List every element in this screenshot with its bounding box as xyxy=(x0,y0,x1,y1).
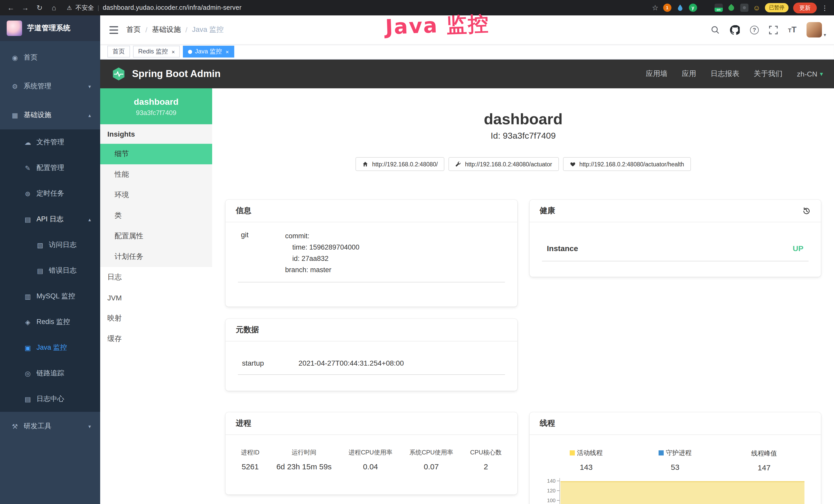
health-card: 健康 Instance UP xyxy=(529,200,821,277)
git-time-line: time: 1596289704000 xyxy=(285,242,359,253)
sidebar-item-error-logs[interactable]: ▤ 错误日志 xyxy=(0,258,100,283)
chevron-down-icon: ▾ xyxy=(820,70,823,77)
daemon-threads-swatch xyxy=(659,450,664,456)
sba-menu-item-config-props[interactable]: 配置属性 xyxy=(100,226,212,247)
help-icon[interactable]: ? xyxy=(750,25,759,34)
tab-home[interactable]: 首页 xyxy=(107,46,130,58)
sidebar-menu: ◉ 首页 ⚙ 系统管理 ▾ ▦ 基础设施 ▴ ☁ 文件管理 xyxy=(0,41,100,504)
process-card: 进程 进程ID 5261 xyxy=(225,412,517,495)
sidebar-item-tracing[interactable]: ◎ 链路追踪 xyxy=(0,361,100,386)
sba-nav-about[interactable]: 关于我们 xyxy=(754,69,783,78)
chrome-update-button[interactable]: 更新 xyxy=(793,2,817,13)
sidebar-item-api-logs[interactable]: ▤ API 日志 ▴ xyxy=(0,206,100,232)
legend-peak-threads: 线程峰值 147 xyxy=(720,448,809,472)
sba-language-select[interactable]: zh-CN ▾ xyxy=(797,70,823,78)
threads-chart-plot xyxy=(559,478,809,504)
sidebar-item-label: 文件管理 xyxy=(37,138,64,147)
avatar xyxy=(807,22,822,38)
chevron-down-icon: ▾ xyxy=(88,84,91,89)
tab-java-monitor[interactable]: Java 监控 × xyxy=(183,46,234,58)
instance-home-link[interactable]: http://192.168.0.2:48080/ xyxy=(356,157,445,171)
stat-value: 0.07 xyxy=(410,462,453,471)
sidebar-item-java-monitor[interactable]: ▣ Java 监控 xyxy=(0,335,100,361)
hamburger-menu-icon[interactable] xyxy=(109,26,118,33)
threads-chart-y-axis: 140 120 100 xyxy=(542,478,559,504)
sba-app-header[interactable]: dashboard 93a3fc7f7409 xyxy=(100,88,212,124)
sba-menu-item-logs[interactable]: 日志 xyxy=(100,267,212,288)
status-badge: UP xyxy=(793,244,804,253)
extension-icon-y[interactable]: y xyxy=(688,4,697,12)
gear-icon: ⚙ xyxy=(11,83,19,90)
forward-button[interactable]: → xyxy=(21,4,30,12)
breadcrumb-home[interactable]: 首页 xyxy=(126,25,141,35)
sba-nav-journal[interactable]: 日志报表 xyxy=(711,69,740,78)
instance-health-row[interactable]: Instance UP xyxy=(542,244,809,261)
sba-menu-item-mappings[interactable]: 映射 xyxy=(100,308,212,329)
tools-icon: ⚒ xyxy=(11,422,19,430)
stat-label: 进程CPU使用率 xyxy=(349,448,393,457)
search-icon[interactable] xyxy=(711,25,720,34)
cloud-icon: ☁ xyxy=(24,138,32,146)
sba-menu-item-jvm[interactable]: JVM xyxy=(100,288,212,308)
extension-icon-orange[interactable]: 1 xyxy=(663,4,671,12)
sba-menu-item-scheduled-tasks[interactable]: 计划任务 xyxy=(100,247,212,267)
sidebar-item-redis-monitor[interactable]: ◈ Redis 监控 xyxy=(0,309,100,335)
sidebar-item-infrastructure[interactable]: ▦ 基础设施 ▴ xyxy=(0,101,100,130)
extension-icon-puzzle[interactable] xyxy=(740,4,748,12)
tab-redis-monitor[interactable]: Redis 监控 × xyxy=(133,46,180,58)
sba-nav-wallboard[interactable]: 应用墙 xyxy=(646,69,667,78)
sba-menu-item-environment[interactable]: 环境 xyxy=(100,185,212,205)
threads-card: 线程 活动线程 143 xyxy=(529,412,821,504)
sba-menu-item-details[interactable]: 细节 xyxy=(100,144,212,164)
metadata-card: 元数据 startup 2021-04-27T00:44:31.254+08:0… xyxy=(225,319,517,391)
stat-value: 2 xyxy=(470,462,502,471)
fullscreen-icon[interactable] xyxy=(769,25,778,34)
sidebar-item-access-logs[interactable]: ▧ 访问日志 xyxy=(0,232,100,258)
history-icon[interactable] xyxy=(803,207,811,215)
sidebar-item-log-center[interactable]: ▤ 日志中心 xyxy=(0,386,100,412)
sidebar-item-label: 系统管理 xyxy=(24,82,51,91)
close-icon[interactable]: × xyxy=(172,48,175,55)
back-button[interactable]: ← xyxy=(6,4,16,12)
browser-menu-icon[interactable]: ⋮ xyxy=(821,4,828,12)
github-icon[interactable] xyxy=(730,25,740,35)
process-card-header: 进程 xyxy=(225,412,517,435)
leaf-icon xyxy=(727,4,736,12)
sba-brand[interactable]: Spring Boot Admin xyxy=(111,67,221,81)
sba-nav-applications[interactable]: 应用 xyxy=(682,69,696,78)
sba-nav-links: 应用墙 应用 日志报表 关于我们 zh-CN ▾ xyxy=(646,69,823,78)
sidebar-item-dev-tools[interactable]: ⚒ 研发工具 ▾ xyxy=(0,412,100,441)
sidebar-item-label: 研发工具 xyxy=(24,421,51,431)
actuator-link[interactable]: http://192.168.0.2:48080/actuator xyxy=(448,157,559,171)
user-menu[interactable]: ▾ xyxy=(807,22,826,38)
sba-menu-item-performance[interactable]: 性能 xyxy=(100,164,212,185)
extension-icon-grid[interactable] xyxy=(701,4,710,12)
sba-menu-item-classes[interactable]: 类 xyxy=(100,205,212,226)
health-link[interactable]: http://192.168.0.2:48080/actuator/health xyxy=(563,157,691,171)
address-bar[interactable]: ⚠ 不安全 | dashboard.yudao.iocoder.cn/infra… xyxy=(67,3,242,12)
git-commit-line: commit: xyxy=(285,231,359,242)
axis-tick: 100 xyxy=(542,498,559,504)
sidebar-item-mysql-monitor[interactable]: ▥ MySQL 监控 xyxy=(0,283,100,309)
sidebar-item-home[interactable]: ◉ 首页 xyxy=(0,43,100,72)
sidebar-item-config-mgmt[interactable]: ✎ 配置管理 xyxy=(0,155,100,181)
reload-button[interactable]: ↻ xyxy=(35,4,44,12)
close-icon[interactable]: × xyxy=(225,48,229,55)
sidebar-item-label: 访问日志 xyxy=(49,240,76,250)
sidebar-item-file-mgmt[interactable]: ☁ 文件管理 xyxy=(0,130,100,155)
extension-icon-leaf[interactable] xyxy=(727,4,736,12)
sidebar-item-scheduled-jobs[interactable]: ⊚ 定时任务 xyxy=(0,181,100,206)
text-size-icon[interactable]: TT xyxy=(788,25,796,35)
sba-menu-item-caches[interactable]: 缓存 xyxy=(100,329,212,349)
stat-system-cpu: 系统CPU使用率 0.07 xyxy=(410,448,453,471)
stat-process-cpu: 进程CPU使用率 0.04 xyxy=(349,448,393,471)
sidebar-item-label: Redis 监控 xyxy=(37,317,70,327)
extension-icon-drop[interactable] xyxy=(676,4,684,12)
bookmark-star-icon[interactable]: ☆ xyxy=(652,4,658,12)
smiley-extension-icon[interactable]: ☺ xyxy=(753,4,760,11)
app-logo[interactable]: 芋道管理系统 xyxy=(0,16,100,41)
extension-icon-switch[interactable]: on xyxy=(714,4,723,12)
home-button[interactable]: ⌂ xyxy=(49,4,59,12)
sidebar-item-system-mgmt[interactable]: ⚙ 系统管理 ▾ xyxy=(0,72,100,101)
breadcrumb-infrastructure[interactable]: 基础设施 xyxy=(152,25,181,35)
